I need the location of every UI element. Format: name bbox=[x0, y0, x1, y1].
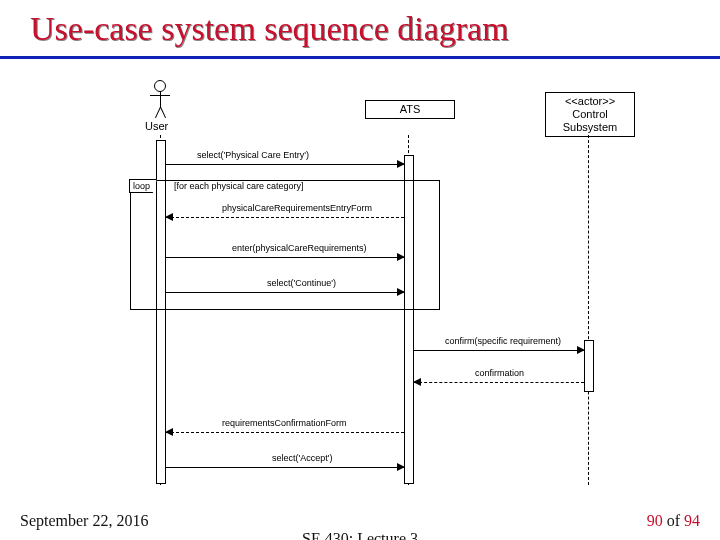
page-current: 90 bbox=[647, 512, 663, 529]
slide: Use-case system sequence diagram User AT… bbox=[0, 0, 720, 540]
participant-ats-label: ATS bbox=[400, 103, 421, 115]
message-physical-care-requirements-entry-form: physicalCareRequirementsEntryForm bbox=[166, 205, 404, 219]
page-sep: of bbox=[663, 512, 684, 529]
footer-course: SE 430: Lecture 3 bbox=[0, 530, 720, 540]
sequence-diagram: User ATS <<actor>> Control Subsystem sel… bbox=[120, 80, 640, 500]
page-total: 94 bbox=[684, 512, 700, 529]
footer-date: September 22, 2016 bbox=[20, 512, 148, 530]
participant-ats: ATS bbox=[365, 100, 455, 119]
lifeline-control-subsystem bbox=[588, 135, 589, 485]
message-select-physical-care-entry: select('Physical Care Entry') bbox=[166, 152, 404, 166]
loop-guard: [for each physical care category] bbox=[174, 181, 304, 191]
title-underline bbox=[0, 56, 720, 59]
footer-page: 90 of 94 bbox=[647, 512, 700, 530]
message-requirements-confirmation-form: requirementsConfirmationForm bbox=[166, 420, 404, 434]
message-label: physicalCareRequirementsEntryForm bbox=[221, 203, 373, 213]
participant-ctrl-stereotype: <<actor>> bbox=[565, 95, 615, 107]
message-select-accept: select('Accept') bbox=[166, 455, 404, 469]
message-label: select('Continue') bbox=[266, 278, 337, 288]
actor-user-label: User bbox=[145, 120, 168, 132]
message-label: confirmation bbox=[474, 368, 525, 378]
message-label: requirementsConfirmationForm bbox=[221, 418, 348, 428]
message-label: select('Accept') bbox=[271, 453, 333, 463]
slide-title: Use-case system sequence diagram bbox=[30, 10, 509, 48]
participant-control-subsystem: <<actor>> Control Subsystem bbox=[545, 92, 635, 137]
message-confirmation: confirmation bbox=[414, 370, 584, 384]
message-label: confirm(specific requirement) bbox=[444, 336, 562, 346]
message-select-continue: select('Continue') bbox=[166, 280, 404, 294]
message-label: select('Physical Care Entry') bbox=[196, 150, 310, 160]
message-enter-physical-care-requirements: enter(physicalCareRequirements) bbox=[166, 245, 404, 259]
participant-ctrl-name2: Subsystem bbox=[563, 121, 617, 133]
participant-ctrl-name1: Control bbox=[572, 108, 607, 120]
message-confirm-specific-requirement: confirm(specific requirement) bbox=[414, 338, 584, 352]
activation-control-subsystem bbox=[584, 340, 594, 392]
message-label: enter(physicalCareRequirements) bbox=[231, 243, 368, 253]
loop-tag: loop bbox=[129, 179, 157, 193]
